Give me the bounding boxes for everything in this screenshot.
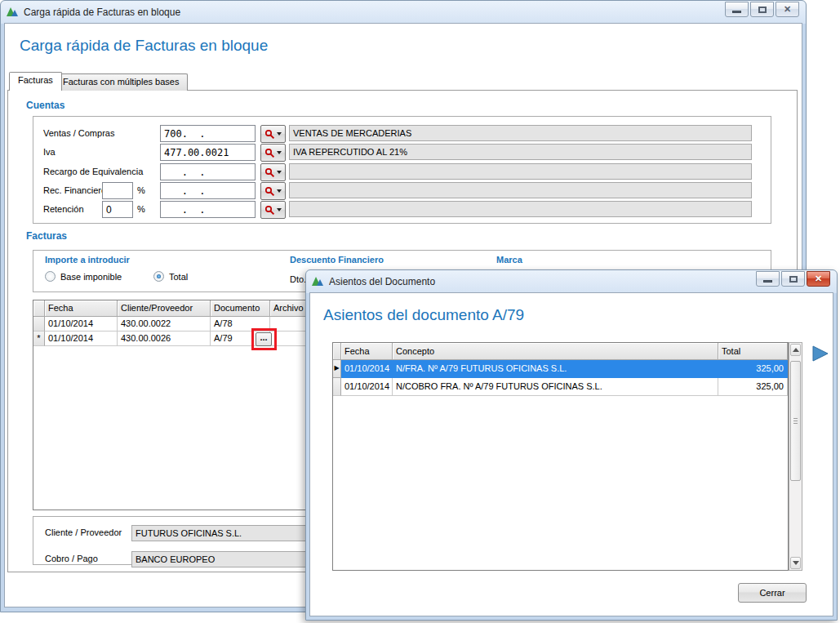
selector-header-cell bbox=[33, 300, 45, 317]
scroll-up-button[interactable] bbox=[790, 344, 801, 356]
thumb-grip-icon bbox=[793, 418, 798, 425]
tab-facturas-multiples-bases[interactable]: Facturas con múltiples bases bbox=[54, 73, 188, 91]
radio-total[interactable]: Total bbox=[153, 271, 188, 282]
magnifier-icon bbox=[264, 186, 275, 197]
cliente-proveedor-label: Cliente / Proveedor bbox=[45, 527, 122, 537]
retencion-description bbox=[289, 201, 752, 217]
main-window-title: Carga rápida de Facturas en bloque bbox=[24, 7, 725, 18]
minimize-button[interactable] bbox=[725, 2, 749, 17]
descuento-financiero-label: Descuento Financiero bbox=[290, 255, 384, 265]
retencion-percent-input[interactable] bbox=[102, 201, 133, 218]
ventas-compras-lookup-button[interactable] bbox=[260, 125, 286, 143]
iva-description: IVA REPERCUTIDO AL 21% bbox=[289, 144, 752, 160]
close-icon: ✕ bbox=[784, 5, 791, 14]
iva-lookup-button[interactable] bbox=[260, 144, 286, 162]
maximize-icon bbox=[758, 7, 767, 13]
percent-sign: % bbox=[137, 185, 145, 195]
play-arrow-button[interactable] bbox=[811, 344, 830, 363]
section-facturas: Facturas bbox=[26, 230, 67, 242]
rec-financiero-lookup-button[interactable] bbox=[260, 182, 286, 200]
asientos-dialog: Asientos del Documento ✕ Asientos del do… bbox=[305, 269, 838, 621]
page-title: Carga rápida de Facturas en bloque bbox=[20, 37, 268, 55]
retencion-label: Retención bbox=[43, 204, 84, 214]
tab-facturas[interactable]: Facturas bbox=[9, 72, 62, 91]
desktop: Carga rápida de Facturas en bloque ✕ Car… bbox=[0, 0, 840, 623]
retencion-lookup-button[interactable] bbox=[260, 201, 286, 219]
highlight-annotation-box bbox=[251, 328, 277, 350]
radio-base-label: Base imponible bbox=[60, 272, 122, 282]
magnifier-icon bbox=[264, 205, 275, 216]
cell-concepto[interactable]: N/FRA. Nº A/79 FUTURUS OFICINAS S.L. bbox=[393, 360, 718, 378]
ventas-compras-account-input[interactable] bbox=[160, 125, 256, 142]
scroll-down-button[interactable] bbox=[790, 557, 801, 569]
minimize-icon bbox=[732, 11, 741, 13]
header-concepto[interactable]: Concepto bbox=[393, 343, 718, 360]
cell-total[interactable]: 325,00 bbox=[718, 360, 788, 378]
percent-sign: % bbox=[137, 204, 145, 214]
maximize-button[interactable] bbox=[750, 2, 774, 17]
cell-cliente[interactable]: 430.00.0022 bbox=[118, 317, 211, 332]
dialog-maximize-button[interactable] bbox=[781, 271, 805, 287]
cell-concepto[interactable]: N/COBRO FRA. Nº A/79 FUTURUS OFICINAS S.… bbox=[393, 378, 718, 396]
ventas-compras-label: Ventas / Compras bbox=[43, 128, 114, 138]
cell-total[interactable]: 325,00 bbox=[718, 378, 788, 396]
current-row-arrow-icon: ▶ bbox=[333, 360, 341, 378]
radio-total-label: Total bbox=[169, 272, 188, 282]
cerrar-button[interactable]: Cerrar bbox=[738, 583, 807, 603]
header-documento[interactable]: Documento bbox=[211, 300, 270, 317]
asiento-row-1[interactable]: ▶ 01/10/2014 N/FRA. Nº A/79 FUTURUS OFIC… bbox=[333, 360, 788, 378]
marca-label: Marca bbox=[496, 255, 522, 265]
app-icon bbox=[6, 6, 19, 19]
cell-fecha[interactable]: 01/10/2014 bbox=[341, 360, 393, 378]
recargo-account-input[interactable] bbox=[160, 163, 256, 180]
cell-fecha[interactable]: 01/10/2014 bbox=[341, 378, 393, 396]
dialog-titlebar[interactable]: Asientos del Documento ✕ bbox=[309, 270, 833, 292]
minimize-icon bbox=[763, 280, 772, 283]
dialog-title: Asientos del Documento bbox=[329, 276, 756, 287]
iva-label: Iva bbox=[43, 147, 56, 157]
cell-fecha[interactable]: 01/10/2014 bbox=[45, 332, 118, 346]
magnifier-icon bbox=[264, 148, 275, 158]
cuentas-groupbox: Ventas / Compras VENTAS DE MERCADERIAS I… bbox=[33, 116, 771, 224]
arrow-up-icon bbox=[793, 348, 799, 352]
dropdown-caret-icon bbox=[277, 132, 282, 136]
recargo-lookup-button[interactable] bbox=[260, 163, 286, 181]
header-cliente-proveedor[interactable]: Cliente/Proveedor bbox=[118, 300, 211, 317]
row-selector-cell[interactable]: * bbox=[33, 332, 45, 346]
iva-account-input[interactable] bbox=[160, 144, 256, 161]
radio-checked-icon bbox=[153, 271, 164, 282]
asientos-grid-scrollbar[interactable] bbox=[789, 342, 802, 571]
retencion-account-input[interactable] bbox=[160, 201, 256, 218]
row-selector-cell bbox=[333, 378, 341, 396]
ventas-compras-description: VENTAS DE MERCADERIAS bbox=[289, 125, 752, 141]
scrollbar-thumb[interactable] bbox=[790, 361, 801, 481]
dropdown-caret-icon bbox=[277, 208, 282, 211]
cell-cliente[interactable]: 430.00.0026 bbox=[118, 332, 211, 346]
close-button[interactable]: ✕ bbox=[776, 2, 799, 17]
rec-financiero-description bbox=[289, 182, 752, 198]
app-icon bbox=[311, 275, 324, 288]
asientos-grid: Fecha Concepto Total ▶ 01/10/2014 N/FRA.… bbox=[332, 342, 789, 571]
dialog-minimize-button[interactable] bbox=[756, 271, 780, 287]
close-icon: ✕ bbox=[815, 274, 822, 283]
importe-a-introducir-label: Importe a introducir bbox=[45, 255, 130, 265]
main-titlebar[interactable]: Carga rápida de Facturas en bloque ✕ bbox=[4, 1, 802, 23]
radio-base-imponible[interactable]: Base imponible bbox=[45, 271, 122, 282]
rec-financiero-percent-input[interactable] bbox=[102, 182, 133, 199]
cell-fecha[interactable]: 01/10/2014 bbox=[45, 317, 118, 332]
header-total[interactable]: Total bbox=[718, 343, 788, 360]
maximize-icon bbox=[789, 276, 798, 283]
dialog-client: Asientos del documento A/79 Fecha Concep… bbox=[309, 292, 833, 616]
asiento-row-2[interactable]: 01/10/2014 N/COBRO FRA. Nº A/79 FUTURUS … bbox=[333, 378, 788, 396]
magnifier-icon bbox=[264, 167, 275, 178]
rec-financiero-account-input[interactable] bbox=[160, 182, 256, 199]
dialog-close-button[interactable]: ✕ bbox=[807, 271, 830, 287]
dto-label: Dto. bbox=[290, 274, 306, 284]
selector-header-cell bbox=[333, 343, 341, 360]
recargo-description bbox=[289, 163, 752, 180]
dialog-heading: Asientos del documento A/79 bbox=[323, 306, 524, 324]
header-fecha[interactable]: Fecha bbox=[45, 300, 118, 317]
dropdown-caret-icon bbox=[277, 189, 282, 193]
header-fecha[interactable]: Fecha bbox=[341, 343, 393, 360]
row-selector-cell[interactable] bbox=[33, 317, 45, 332]
